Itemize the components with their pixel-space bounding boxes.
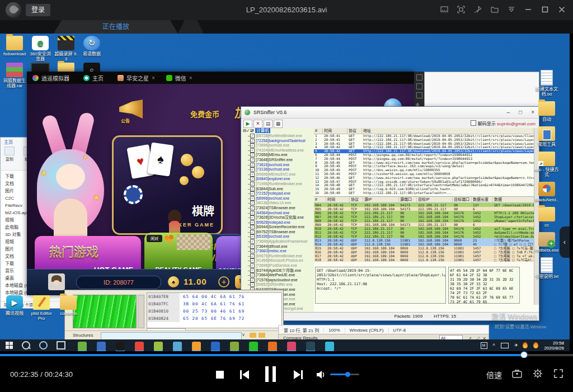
- packet-row[interactable]: 80820:58:42TCP222.186.21.11790192.168.10…: [314, 219, 539, 223]
- process-item[interactable]: –✓[72256]backgroundTaskHost: [241, 139, 314, 144]
- process-item[interactable]: –✓[69696]MEmuSVC.exe: [241, 172, 314, 177]
- process-item[interactable]: –✓[73644]dllhost.exe: [241, 244, 314, 249]
- structures-dropdown-icon[interactable]: ∨: [242, 332, 245, 337]
- process-item[interactable]: –✓[72656]MEmu.exe: [241, 153, 314, 158]
- desktop-icon[interactable]: e360安全浏览器: [28, 36, 53, 62]
- process-item[interactable]: –✓[69752]TSBrowser.exe: [241, 230, 314, 235]
- request-row[interactable]: 520:58:42GEThttp://222.186.21.117:98/dow…: [314, 149, 539, 153]
- desktop-icon[interactable]: ↻易语数据: [79, 36, 104, 62]
- taskbar-app-icon[interactable]: [325, 342, 334, 351]
- desktop-icon[interactable]: plist Editor Pro: [29, 295, 54, 321]
- maximize-button[interactable]: [541, 5, 549, 14]
- tray-expand-icon[interactable]: ^: [493, 343, 495, 348]
- packet-row[interactable]: 81120:58:42TCP222.186.21.11790192.168.10…: [314, 230, 539, 234]
- process-item[interactable]: –✓[68996]svchost.exe: [241, 196, 314, 201]
- taskbar-app-icon[interactable]: [135, 342, 144, 351]
- stop-capture-button[interactable]: ✕: [253, 120, 262, 128]
- process-item[interactable]: –✓[65336]svchost.exe: [241, 234, 314, 239]
- playlist-dock-icon[interactable]: [440, 5, 449, 14]
- packet-row[interactable]: 81220:58:42TCP222.186.21.11790192.168.10…: [314, 234, 539, 238]
- emulator-tab[interactable]: 微信×: [161, 72, 198, 84]
- open-template-icon[interactable]: [250, 333, 256, 338]
- options-button[interactable]: ▤: [264, 120, 273, 128]
- process-item[interactable]: –✓[73648]SRSniffer.exe: [241, 158, 314, 163]
- sniffer-maximize[interactable]: □: [519, 107, 522, 118]
- packet-row[interactable]: 80420:58:42TCP192.168.109.10454173222.18…: [314, 203, 539, 207]
- process-item[interactable]: –✓[71576]wpscloudsvr.exe: [241, 278, 314, 283]
- request-row[interactable]: 220:58:41GEThttp://222.186.21.117:98/dow…: [314, 138, 539, 142]
- request-row[interactable]: 420:58:42GEThttp://222.186.21.117:98/dow…: [314, 145, 539, 149]
- taskbar-app-icon[interactable]: [192, 342, 201, 351]
- request-row[interactable]: 820:58:45GEThttp://www.microvirt.com/new…: [314, 161, 539, 165]
- start-capture-button[interactable]: ▶: [243, 120, 252, 128]
- process-item[interactable]: –✓[69652]SRSniffer.exe: [241, 282, 314, 287]
- taskbar-app-icon[interactable]: [78, 342, 87, 351]
- process-item[interactable]: –✓[69676]RuntimeBroker.exe: [241, 254, 314, 259]
- hex-editor-window[interactable]: 01B407E865 64 00 4C 6A 61 7601B407FC3B 0…: [64, 290, 284, 342]
- taskbar-app-icon[interactable]: [211, 342, 220, 351]
- structures-input[interactable]: [101, 332, 242, 340]
- packet-row[interactable]: 81420:58:42UDP112.0.138.15611901192.168.…: [314, 242, 539, 246]
- next-button[interactable]: [292, 369, 304, 383]
- srsniffer-window[interactable]: SRSniffer V0.6 – □ × ▶ ✕ ▤ ▦ 解码显示 suprdo…: [241, 106, 539, 321]
- stop-button[interactable]: [216, 371, 224, 379]
- request-row[interactable]: 1120:58:45POSThttp://szshort6.weixin.qq.…: [314, 172, 539, 176]
- process-item[interactable]: –✓[73616]svchost.exe: [241, 163, 314, 168]
- process-item[interactable]: –✓[73924]TSBrowser.exe: [241, 206, 314, 211]
- tree-root[interactable]: ⊟✓🖳 计算机: [241, 128, 314, 134]
- request-row[interactable]: 620:58:44POSThttp://pingma.qq.com:80/mst…: [314, 153, 539, 157]
- desktop-icon[interactable]: cc: [534, 207, 559, 228]
- user-avatar[interactable]: [48, 273, 65, 290]
- task-view-icon[interactable]: [57, 341, 65, 350]
- cortana-icon[interactable]: [39, 341, 48, 350]
- process-tree[interactable]: ⊟✓🖳 计算机 –✓[65728]RuntimeBroker.exe–✓[722…: [241, 128, 314, 313]
- taskbar-app-icon[interactable]: [154, 342, 163, 351]
- seek-bar[interactable]: [0, 354, 573, 356]
- mini-window[interactable]: 闲对: [147, 235, 162, 242]
- packet-row[interactable]: 80920:58:42TCP192.168.109.10454173222.18…: [314, 223, 539, 226]
- packet-row[interactable]: 81820:58:42UDP192.168.109.1049069112.0.1…: [314, 258, 539, 262]
- request-row[interactable]: 720:58:44POSThttp://pingma.qq.com:80/mst…: [314, 157, 539, 161]
- filter-button[interactable]: ▦: [274, 120, 283, 128]
- process-item[interactable]: –✓[44564]svchost.exe: [241, 211, 314, 216]
- emulator-tab[interactable]: 早安之星×: [112, 72, 161, 84]
- process-item[interactable]: –✓[73696]svchost.exe: [241, 143, 314, 148]
- packet-row[interactable]: 81720:58:42UDP192.168.109.1049069112.0.1…: [314, 254, 539, 258]
- desktop-icon[interactable]: 自动: [534, 101, 559, 122]
- process-item[interactable]: –✓[41456]Microsoft.Photos.ex: [241, 258, 314, 263]
- display-tray-icon[interactable]: [501, 343, 509, 348]
- pause-button[interactable]: [265, 366, 276, 382]
- hex-row[interactable]: 01B4081000 25 73 00 46 61 69: [147, 308, 281, 315]
- settings-gear-icon[interactable]: [532, 368, 543, 381]
- request-row[interactable]: 1020:58:45POSThttp://dns.weixin.qq.com/m…: [314, 168, 539, 172]
- open-folder-icon[interactable]: [490, 5, 499, 14]
- taskbar-clock[interactable]: 20:58 2020/8/26: [544, 341, 564, 351]
- process-item[interactable]: –✓[74104]MEmuHeadless.exe: [241, 148, 314, 153]
- pin-icon[interactable]: [473, 5, 482, 14]
- tray-app-icon[interactable]: [533, 342, 538, 348]
- tab-stub[interactable]: [178, 20, 204, 34]
- volume-knob[interactable]: [345, 372, 350, 377]
- decode-checkbox[interactable]: [471, 120, 476, 126]
- taskbar-app-icon[interactable]: [287, 342, 296, 351]
- desktop-icon[interactable]: BaiduNetd..: [534, 182, 559, 202]
- process-item[interactable]: –✓[65728]RuntimeBroker.exe: [241, 134, 314, 139]
- volume-icon[interactable]: [316, 370, 326, 382]
- desktop-icon[interactable]: 卡密说明.txt: [534, 257, 559, 279]
- desktop-icon[interactable]: fsdownload: [2, 36, 27, 62]
- taskbar-app-icon[interactable]: [230, 342, 239, 351]
- request-row[interactable]: 1320:58:47POSThttp://log.snssdk.com/shar…: [314, 180, 539, 184]
- packet-hex-view[interactable]: 47 45 54 20 2F 64 6F 77 6E 6C 6F 61 64 2…: [448, 267, 520, 304]
- packet-row[interactable]: 81320:58:42UDP112.0.138.15611901192.168.…: [314, 238, 539, 242]
- emulator-tab[interactable]: 主页: [78, 72, 112, 84]
- taskbar-app-icon[interactable]: [116, 342, 125, 351]
- minimize-button[interactable]: [524, 5, 533, 14]
- desktop-icon[interactable]: instbeta.exe: [534, 232, 559, 253]
- desktop-icon[interactable]: 新建文本文档.txt: [534, 70, 559, 97]
- snapshot-icon[interactable]: [457, 5, 466, 14]
- process-item[interactable]: –✓[63844]Sub.exe: [241, 187, 314, 192]
- bitmap-scrollbar[interactable]: [138, 295, 144, 328]
- close-button[interactable]: [557, 5, 566, 14]
- process-item[interactable]: –✓[73696]ApplicationFrameHost: [241, 239, 314, 244]
- packet-row[interactable]: 81620:58:42UDP192.168.109.1049069112.0.1…: [314, 250, 539, 254]
